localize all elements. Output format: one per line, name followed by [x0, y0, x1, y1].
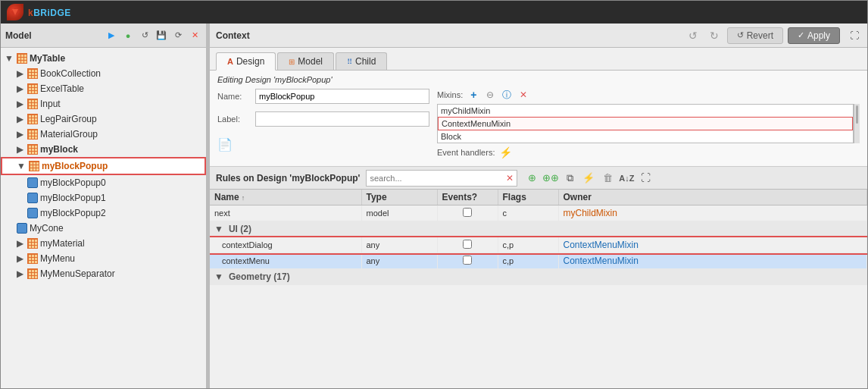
- expand-all-icon[interactable]: ⛶: [637, 170, 654, 187]
- flash-icon[interactable]: ⚡: [580, 170, 597, 187]
- col-header-type: Type: [361, 190, 437, 205]
- mixin-list: myChildMixin ContextMenuMixin Block: [437, 104, 854, 143]
- expand-icon[interactable]: ⛶: [848, 29, 861, 42]
- toggle-mymenuseparator[interactable]: ▶: [14, 268, 25, 279]
- cell-flags-next: c: [498, 205, 558, 221]
- search-box: ✕: [366, 170, 517, 187]
- mixin-info-icon[interactable]: ⓘ: [501, 89, 513, 101]
- checkbox-next[interactable]: [463, 208, 472, 217]
- close-left-icon[interactable]: ✕: [188, 29, 201, 42]
- myblockpopup-icon: [28, 160, 40, 172]
- cell-events-next[interactable]: [437, 205, 498, 221]
- group-label-geometry: Geometry (17): [229, 271, 290, 282]
- search-clear-icon[interactable]: ✕: [506, 173, 514, 184]
- tree-item-legpairgroup[interactable]: ▶ LegPairGroup: [1, 111, 206, 127]
- toggle-myblock[interactable]: ▶: [14, 144, 25, 155]
- mixin-down-icon[interactable]: ⊖: [484, 89, 496, 101]
- myblockpopup1-icon: [27, 192, 39, 204]
- toggle-mytable[interactable]: ▼: [4, 53, 14, 64]
- cell-events-contextdialog[interactable]: [437, 237, 498, 253]
- tab-child[interactable]: ⠿ Child: [336, 52, 387, 70]
- tree-item-materialgroup[interactable]: ▶ MaterialGroup: [1, 127, 206, 142]
- mixin-item-contextmenumixin[interactable]: ContextMenuMixin: [438, 117, 853, 130]
- group-toggle-geometry[interactable]: ▼: [214, 271, 223, 282]
- mixin-remove-icon[interactable]: ✕: [517, 89, 529, 101]
- title-bar: kBRiDGE: [1, 1, 867, 24]
- tree-item-mymenu[interactable]: ▶ MyMenu: [1, 251, 206, 266]
- tree-item-myblockpopup0[interactable]: myBlockPopup0: [1, 175, 206, 190]
- group-toggle-ui[interactable]: ▼: [214, 224, 223, 234]
- history-icon[interactable]: ↺: [138, 29, 151, 42]
- record-icon[interactable]: ●: [121, 29, 135, 42]
- undo-icon[interactable]: ↺: [685, 27, 701, 44]
- toggle-exceltable[interactable]: ▶: [14, 83, 25, 94]
- label-input[interactable]: [255, 111, 429, 127]
- myblockpopup1-label: myBlockPopup1: [40, 193, 106, 203]
- group-row-ui[interactable]: ▼ UI (2): [210, 221, 867, 237]
- mixin-scrollbar-thumb[interactable]: [856, 105, 858, 124]
- mixin-item-block[interactable]: Block: [438, 130, 853, 143]
- materialgroup-icon: [27, 128, 39, 140]
- materialgroup-label: MaterialGroup: [40, 129, 98, 140]
- tree-item-mymenuseparator[interactable]: ▶ MyMenuSeparator: [1, 266, 206, 281]
- toggle-legpairgroup[interactable]: ▶: [14, 114, 25, 124]
- toggle-bookcollection[interactable]: ▶: [14, 68, 25, 79]
- exceltable-label: ExcelTable: [40, 83, 84, 94]
- delete-icon[interactable]: 🗑: [599, 170, 616, 187]
- checkbox-contextdialog[interactable]: [463, 240, 472, 249]
- name-input[interactable]: [255, 89, 429, 104]
- cell-flags-contextdialog: c,p: [498, 237, 558, 253]
- mycone-label: MyCone: [30, 223, 64, 234]
- save-icon[interactable]: 💾: [155, 29, 168, 42]
- panel-header-icons: ▶ ● ↺ 💾 ⟳ ✕: [105, 29, 201, 42]
- checkbox-contextmenu[interactable]: [463, 256, 472, 265]
- tab-design-label: Design: [236, 56, 264, 67]
- tree-item-myblockpopup2[interactable]: myBlockPopup2: [1, 205, 206, 221]
- tree-item-mycone[interactable]: MyCone: [1, 221, 206, 236]
- tree-item-exceltable[interactable]: ▶ ExcelTable: [1, 81, 206, 96]
- tab-model[interactable]: ⊞ Model: [277, 52, 334, 70]
- tab-design[interactable]: A Design: [216, 52, 276, 71]
- event-lightning-icon[interactable]: ⚡: [499, 146, 512, 158]
- rules-title: Rules on Design 'myBlockPopup': [216, 173, 360, 184]
- apply-button[interactable]: ✓ Apply: [788, 27, 840, 44]
- tree-item-mymaterial[interactable]: ▶ myMaterial: [1, 236, 206, 251]
- apply-icon: ✓: [798, 30, 804, 40]
- cell-events-contextmenu[interactable]: [437, 253, 498, 269]
- cell-owner-contextdialog: ContextMenuMixin: [558, 237, 867, 253]
- toggle-myblockpopup[interactable]: ▼: [16, 161, 27, 171]
- toggle-mymenu[interactable]: ▶: [14, 253, 25, 264]
- play-icon[interactable]: ▶: [105, 29, 118, 42]
- toggle-materialgroup[interactable]: ▶: [14, 129, 25, 140]
- input-label: Input: [40, 99, 61, 109]
- tree-item-myblockpopup[interactable]: ▼ myBlockPopup: [1, 157, 206, 175]
- mixin-item-mychildmixin[interactable]: myChildMixin: [438, 105, 853, 117]
- owner-next: myChildMixin: [564, 208, 617, 218]
- table-row[interactable]: contextMenu any c,p ContextMenuMixin: [210, 253, 867, 269]
- table-row[interactable]: contextDialog any c,p ContextMenuMixin: [210, 237, 867, 253]
- add-rule-icon[interactable]: ⊕: [523, 170, 540, 187]
- group-row-geometry[interactable]: ▼ Geometry (17): [210, 269, 867, 285]
- revert-button[interactable]: ↺ Revert: [727, 27, 783, 44]
- tree-item-input[interactable]: ▶ Input: [1, 96, 206, 111]
- refresh-icon[interactable]: ⟳: [171, 29, 185, 42]
- mymenu-icon: [27, 253, 39, 265]
- toggle-mymaterial[interactable]: ▶: [14, 238, 25, 249]
- editing-title: Editing Design 'myBlockPopup': [217, 75, 860, 89]
- mixin-add-icon[interactable]: +: [467, 89, 479, 101]
- doc-icon[interactable]: 📄: [217, 138, 233, 151]
- redo-icon[interactable]: ↻: [706, 27, 723, 44]
- tree-item-myblockpopup1[interactable]: myBlockPopup1: [1, 190, 206, 205]
- add-double-icon[interactable]: ⊕⊕: [542, 170, 559, 187]
- tree-item-bookcollection[interactable]: ▶ BookCollection: [1, 66, 206, 81]
- copy-icon[interactable]: ⧉: [561, 170, 578, 187]
- search-input[interactable]: [370, 174, 506, 183]
- tree-item-myblock[interactable]: ▶ myBlock: [1, 142, 206, 157]
- tree-item-mytable[interactable]: ▼ MyTable: [1, 51, 206, 66]
- app-logo: kBRiDGE: [7, 4, 71, 20]
- mymaterial-label: myMaterial: [40, 238, 85, 249]
- sort-icon[interactable]: A↓Z: [618, 170, 635, 187]
- toggle-input[interactable]: ▶: [14, 99, 25, 109]
- cell-type-contextdialog: any: [361, 237, 437, 253]
- table-row[interactable]: next model c myChildMixin: [210, 205, 867, 221]
